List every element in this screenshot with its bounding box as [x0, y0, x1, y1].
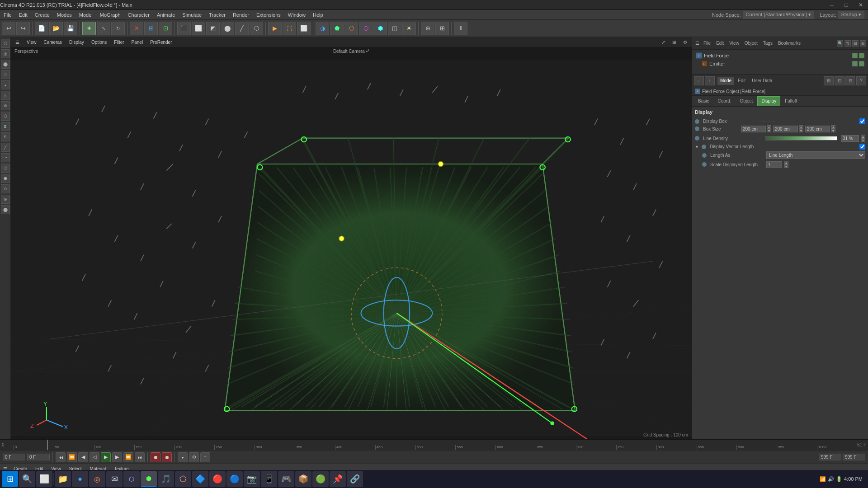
tab-object[interactable]: Object — [736, 96, 757, 106]
menu-simulate[interactable]: Simulate — [179, 10, 205, 20]
taskbar-taskview[interactable]: ⬜ — [36, 471, 52, 487]
menu-animate[interactable]: Animate — [153, 10, 179, 20]
go-to-end-button[interactable]: ⏭ — [135, 452, 145, 462]
prop-userdata-tab[interactable]: User Data — [749, 77, 775, 85]
taskbar-app-1[interactable]: ⬡ — [123, 471, 140, 487]
left-tool-14[interactable]: ⬢ — [1, 174, 10, 183]
tab-basic[interactable]: Basic — [694, 96, 713, 106]
open-button[interactable]: 📂 — [49, 22, 63, 35]
redo-button[interactable]: ↪ — [16, 22, 30, 35]
menu-tracker[interactable]: Tracker — [205, 10, 229, 20]
left-tool-9[interactable]: S — [1, 122, 10, 131]
obj-object-menu[interactable]: Object — [742, 41, 760, 46]
snap-button[interactable]: ⊕ — [421, 22, 434, 35]
left-tool-3[interactable]: ⬤ — [1, 60, 10, 69]
scale-displayed-down[interactable]: ▼ — [784, 164, 788, 168]
emitter-visible-icon[interactable] — [852, 61, 858, 66]
obj-edit-menu[interactable]: Edit — [714, 41, 726, 46]
rotate-tool-button[interactable]: ↻ — [111, 22, 125, 35]
param-button[interactable]: ⚙ — [189, 452, 199, 462]
render-region-button[interactable]: ⬚ — [283, 22, 296, 35]
current-frame-input[interactable] — [3, 454, 25, 460]
left-tool-10[interactable]: S — [1, 132, 10, 141]
left-tool-16[interactable]: ⊗ — [1, 195, 10, 204]
taskbar-time[interactable]: 4:00 PM — [844, 476, 863, 482]
taskbar-app-3[interactable]: 🎵 — [158, 471, 174, 487]
left-tool-6[interactable]: △ — [1, 91, 10, 100]
effector-button[interactable]: ⬡ — [359, 22, 373, 35]
box-size-y-down[interactable]: ▼ — [799, 129, 803, 132]
vt-view[interactable]: View — [24, 38, 39, 47]
line-density-input[interactable] — [841, 135, 859, 142]
box-size-y-input[interactable] — [773, 126, 798, 132]
vt-filter[interactable]: Filter — [111, 38, 127, 47]
menu-model[interactable]: Model — [75, 10, 96, 20]
obj-search-icon[interactable]: 🔍 — [837, 40, 843, 47]
taskbar-app-7[interactable]: 🔵 — [226, 471, 243, 487]
taskbar-mail[interactable]: ✉ — [106, 471, 123, 487]
play-button[interactable]: ▶ — [101, 452, 111, 462]
left-tool-12[interactable]: ⋯ — [1, 153, 10, 162]
line-density-up[interactable]: ▲ — [861, 135, 865, 138]
box-size-z-down[interactable]: ▼ — [831, 129, 835, 132]
prev-frame-button[interactable]: ◀ — [78, 452, 88, 462]
box-size-y-up[interactable]: ▲ — [799, 125, 803, 129]
camera-button[interactable]: ◫ — [388, 22, 401, 35]
box-size-x-input[interactable] — [741, 126, 766, 132]
record-button[interactable]: ⏺ — [151, 452, 160, 462]
taskbar-explorer[interactable]: 📁 — [55, 471, 71, 487]
tree-item-emitter[interactable]: E Emitter — [694, 60, 866, 68]
taskbar-app-5[interactable]: 🔷 — [192, 471, 208, 487]
scale-displayed-up[interactable]: ▲ — [784, 161, 788, 164]
move-tool-button[interactable]: ✚ — [82, 22, 96, 35]
left-tool-15[interactable]: ⊙ — [1, 184, 10, 193]
point-mode-button[interactable]: ⬤ — [221, 22, 234, 35]
line-density-bar[interactable] — [765, 136, 837, 141]
end-frame-input[interactable] — [27, 454, 50, 460]
prev-keyframe-button[interactable]: ⏪ — [67, 452, 77, 462]
tab-display[interactable]: Display — [757, 96, 780, 106]
field-button[interactable]: ⬢ — [373, 22, 387, 35]
model-mode-button[interactable]: ⬛ — [177, 22, 191, 35]
taskbar-app-13[interactable]: 📌 — [330, 471, 346, 487]
total-frames-input[interactable] — [819, 454, 841, 460]
emitter-render-icon[interactable] — [859, 61, 864, 66]
field-force-visible-icon[interactable] — [852, 53, 858, 58]
obj-view-menu[interactable]: View — [727, 41, 741, 46]
prop-icon-1[interactable]: ⊞ — [824, 76, 834, 85]
menu-create[interactable]: Create — [31, 10, 53, 20]
left-tool-7[interactable]: ⊕ — [1, 101, 10, 110]
taskbar-app-11[interactable]: 📦 — [295, 471, 311, 487]
render-viewport-button[interactable]: ⬜ — [297, 22, 311, 35]
taskbar-search[interactable]: 🔍 — [19, 471, 35, 487]
obj-tags-menu[interactable]: Tags — [761, 41, 775, 46]
prop-icon-2[interactable]: ⊡ — [835, 76, 844, 85]
poly-mode-button[interactable]: ⬡ — [250, 22, 263, 35]
save-button[interactable]: 💾 — [64, 22, 77, 35]
windows-start-button[interactable]: ⊞ — [2, 471, 18, 487]
vt-icon-1[interactable]: ⤢ — [659, 38, 668, 47]
menu-edit[interactable]: Edit — [15, 10, 31, 20]
obj-bookmarks-menu[interactable]: Bookmarks — [776, 41, 803, 46]
generator-button[interactable]: ⬟ — [330, 22, 344, 35]
obj-layers-icon[interactable]: ⊞ — [860, 40, 866, 47]
left-tool-4[interactable]: □ — [1, 70, 10, 79]
display-vector-checkbox[interactable] — [859, 144, 865, 150]
box-size-z-up[interactable]: ▲ — [831, 125, 835, 129]
taskbar-chrome[interactable]: ● — [72, 471, 88, 487]
scene-info-button[interactable]: ℹ — [454, 22, 467, 35]
display-vector-expand[interactable]: ▼ — [695, 145, 699, 149]
line-density-down[interactable]: ▼ — [861, 138, 865, 142]
taskbar-firefox[interactable]: ◎ — [89, 471, 105, 487]
close-button[interactable]: ✕ — [854, 0, 868, 10]
render-button[interactable]: ▶ — [268, 22, 282, 35]
prop-edit-tab[interactable]: Edit — [735, 77, 748, 85]
next-keyframe-button[interactable]: ⏩ — [123, 452, 133, 462]
vt-panel[interactable]: Panel — [129, 38, 146, 47]
select-y-button[interactable]: ⊞ — [144, 22, 158, 35]
menu-help[interactable]: Help — [309, 10, 327, 20]
record-all-button[interactable]: ⏺ — [162, 452, 172, 462]
prop-up-button[interactable]: ↑ — [705, 76, 715, 85]
vt-icon-2[interactable]: ⊞ — [670, 38, 679, 47]
go-to-start-button[interactable]: ⏮ — [56, 452, 66, 462]
